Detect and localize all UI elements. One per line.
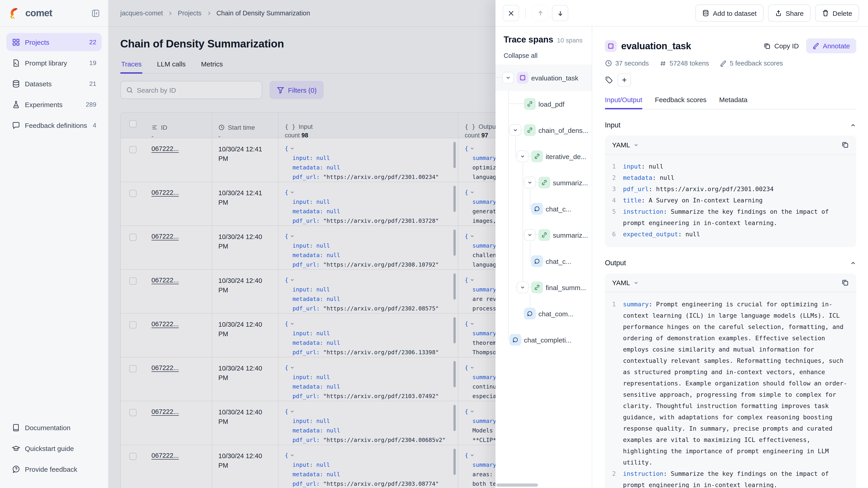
llm-span-icon [509,334,521,346]
copy-icon [764,42,771,50]
tree-node-load-pdf[interactable]: load_pdf [495,91,592,117]
sidebar-item-label: Feedback definitions [25,121,87,129]
span-stats: 37 seconds 57248 tokens 5 feedback score… [605,60,856,67]
tree-node-chat-completion-2[interactable]: chat_c... [495,248,592,274]
chevron-down-icon[interactable] [524,229,536,241]
logo-text: comet [25,8,52,19]
tool-span-icon [538,229,550,241]
duration-stat: 37 seconds [605,60,649,67]
span-title: evaluation_task [621,40,691,51]
comment-icon [12,121,20,129]
tab-metadata[interactable]: Metadata [719,96,747,109]
sidebar-item-label: Prompt library [25,59,67,67]
hash-icon [659,60,666,67]
sidebar-item-count: 22 [89,38,96,46]
logo-row: comet [0,0,108,27]
sidebar-item-label: Datasets [25,80,52,88]
tree-node-chain-of-density[interactable]: chain_of_dens... [495,117,592,143]
collapse-all-link[interactable]: Collapse all [495,45,592,65]
sidebar-item-count: 4 [93,122,96,129]
sidebar-item-experiments[interactable]: Experiments 289 [6,95,102,113]
tree-node-iterative-density[interactable]: iterative_de... [495,143,592,169]
sidebar-item-quickstart-guide[interactable]: Quickstart guide [6,439,102,457]
pen-icon [720,60,727,67]
sidebar-item-projects[interactable]: Projects 22 [6,33,102,51]
next-trace-arrow-down-icon[interactable] [552,5,568,21]
comet-logo-icon [8,6,22,20]
sidebar-item-feedback-definitions[interactable]: Feedback definitions 4 [6,116,102,134]
copy-icon[interactable] [841,141,849,149]
tree-node-final-summary[interactable]: final_summ... [495,274,592,300]
tree-list: evaluation_task load_pdf chain_of_dens..… [495,65,592,353]
chevron-down-icon[interactable] [502,72,514,84]
add-tag-button[interactable] [618,73,631,87]
chevron-up-icon[interactable] [850,260,856,266]
tree-node-summarize-1[interactable]: summariz... [495,169,592,196]
llm-span-icon [531,203,543,215]
detail-tabs: Input/Output Feedback scores Metadata [605,96,856,109]
tree-node-evaluation-task[interactable]: evaluation_task [495,65,592,91]
feedback-scores-stat: 5 feedback scores [720,60,783,67]
tool-span-icon [531,282,543,293]
input-yaml-code[interactable]: 1input: null 2metadata: null 3pdf_url: h… [605,155,856,247]
delete-button[interactable]: Delete [815,4,859,22]
trace-spans-title: Trace spans [504,35,553,45]
graduation-cap-icon [12,444,20,453]
input-yaml-card: YAML 1input: null 2metadata: null 3pdf_u… [605,135,856,247]
database-icon [702,9,709,17]
add-to-dataset-button[interactable]: Add to dataset [695,4,764,22]
format-select[interactable]: YAML [612,141,639,149]
sidebar-item-label: Experiments [25,101,63,108]
chevron-down-icon[interactable] [524,177,536,188]
task-span-icon [517,72,528,84]
task-span-icon [605,40,617,52]
sidebar: comet Projects 22 Prompt library 19 [0,0,108,488]
output-yaml-card: YAML 1summary: Prompt engineering is cru… [605,273,856,488]
llm-span-icon [524,308,536,320]
tab-feedback-scores[interactable]: Feedback scores [655,96,706,109]
sidebar-item-prompt-library[interactable]: Prompt library 19 [6,54,102,72]
sidebar-item-datasets[interactable]: Datasets 21 [6,74,102,93]
spans-count: 10 spans [557,37,583,44]
copy-icon[interactable] [841,279,849,287]
chevron-down-icon[interactable] [509,124,521,136]
sidebar-item-label: Provide feedback [25,465,77,473]
book-icon [12,423,20,432]
sidebar-footer: Documentation Quickstart guide Provide f… [0,418,108,488]
tool-span-icon [531,151,543,162]
llm-span-icon [531,255,543,267]
sidebar-item-label: Documentation [25,424,70,431]
sidebar-item-count: 19 [89,59,96,66]
tab-input-output[interactable]: Input/Output [605,96,642,109]
tokens-stat: 57248 tokens [659,60,709,67]
prev-trace-arrow-up-icon[interactable] [532,5,548,21]
clock-icon [605,60,612,67]
sidebar-item-count: 21 [89,80,96,87]
output-yaml-code[interactable]: 1summary: Prompt engineering is crucial … [605,292,856,488]
sidebar-item-documentation[interactable]: Documentation [6,418,102,436]
tree-node-chat-completion-1[interactable]: chat_c... [495,196,592,222]
flask-icon [12,100,20,109]
annotate-button[interactable]: Annotate [806,38,856,53]
span-detail: evaluation_task Copy ID Annotate [592,27,868,488]
copy-id-button[interactable]: Copy ID [759,38,803,53]
help-chat-icon [12,465,20,473]
sidebar-item-label: Quickstart guide [25,445,74,452]
sidebar-item-provide-feedback[interactable]: Provide feedback [6,460,102,478]
chevron-down-icon[interactable] [517,151,528,162]
horizontal-scrollbar[interactable] [496,484,538,487]
sidebar-collapse-icon[interactable] [91,9,100,18]
chevron-down-icon [633,142,639,148]
close-icon[interactable] [503,5,519,21]
prompt-file-icon [12,59,20,67]
chevron-down-icon[interactable] [517,282,528,293]
chevron-up-icon[interactable] [850,122,856,128]
input-section-title: Input [605,121,620,129]
divider [525,8,526,19]
format-select[interactable]: YAML [612,279,639,287]
chevron-down-icon [633,280,639,285]
share-button[interactable]: Share [768,4,810,22]
tree-node-chat-completion-4[interactable]: chat_completi... [495,327,592,353]
tree-node-chat-completion-3[interactable]: chat_com... [495,300,592,327]
tree-node-summarize-2[interactable]: summariz... [495,222,592,248]
